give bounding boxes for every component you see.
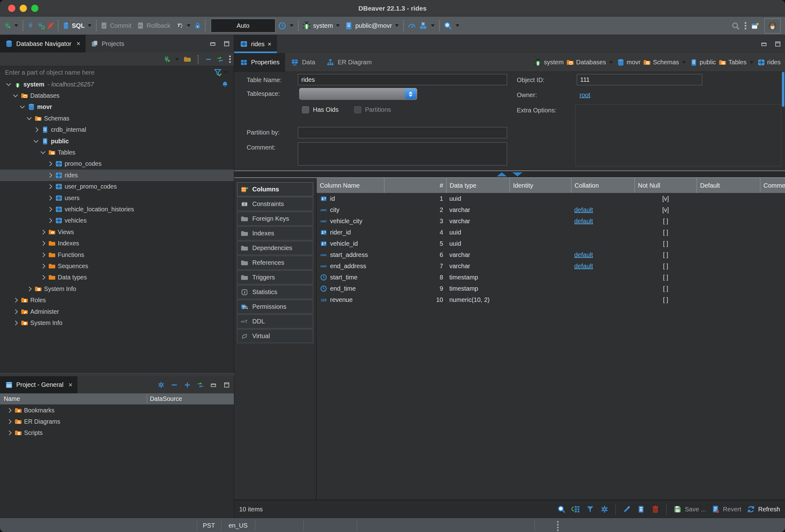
grid-row-revenue[interactable]: 123revenue10numeric(10, 2)[ ] — [316, 294, 785, 305]
delete-column-icon[interactable] — [651, 505, 660, 514]
tab-rides-editor[interactable]: rides × — [234, 35, 277, 53]
quick-search-icon[interactable] — [731, 21, 740, 31]
tree-item-vehicle-location-histories[interactable]: vehicle_location_histories — [0, 204, 234, 215]
subnav-ddl[interactable]: <>TDDL — [237, 314, 313, 328]
chevron-down-icon[interactable] — [187, 24, 191, 27]
subnav-dependencies[interactable]: Dependencies — [237, 241, 313, 255]
active-database-selector[interactable]: system — [302, 21, 341, 30]
grid-column-header-identity[interactable]: Identity — [510, 178, 571, 193]
grid-column-header-collation[interactable]: Collation — [571, 178, 634, 193]
revert-button[interactable]: Revert — [711, 505, 741, 514]
grid-filter-icon[interactable] — [585, 505, 595, 514]
collapse-down-icon[interactable] — [512, 172, 523, 176]
chevron-down-icon[interactable] — [609, 61, 613, 64]
chevron-right-icon[interactable] — [4, 406, 14, 415]
chevron-right-icon[interactable] — [45, 204, 54, 214]
chevron-right-icon[interactable] — [10, 307, 20, 316]
grid-row-city[interactable]: ABCcity2varchardefault[v] — [316, 204, 785, 216]
grid-row-vehicle_city[interactable]: ABCvehicle_city3varchardefault[ ] — [316, 216, 785, 227]
subnav-permissions[interactable]: Permissions — [237, 300, 313, 314]
tree-item-system[interactable]: system- localhost:26257 — [0, 79, 234, 90]
chevron-right-icon[interactable] — [10, 296, 20, 305]
tree-item-databases[interactable]: Databases — [0, 90, 234, 101]
disconnect-icon[interactable] — [47, 22, 55, 30]
dashboard-icon[interactable] — [407, 21, 416, 30]
partition-by-field[interactable] — [298, 127, 507, 138]
has-oids-checkbox[interactable] — [302, 106, 309, 113]
breadcrumb-item-rides[interactable]: rides — [757, 58, 781, 67]
chevron-right-icon[interactable] — [45, 182, 54, 192]
new-window-icon[interactable] — [751, 21, 760, 31]
close-icon[interactable]: × — [68, 381, 72, 389]
tab-properties[interactable]: Properties — [234, 53, 285, 72]
tree-item-user-promo-codes[interactable]: user_promo_codes — [0, 181, 234, 192]
tree-item-indexes[interactable]: Indexes — [0, 237, 234, 249]
chevron-right-icon[interactable] — [45, 159, 54, 169]
tab-database-navigator[interactable]: Database Navigator × — [0, 35, 85, 52]
grid-search-icon[interactable] — [557, 505, 566, 514]
subnav-virtual[interactable]: Virtual — [237, 329, 313, 343]
comment-field[interactable] — [298, 142, 507, 166]
timezone-indicator[interactable]: PST — [197, 518, 221, 532]
grid-row-vehicle_id[interactable]: vehicle_id5uuid[ ] — [316, 238, 785, 249]
chevron-right-icon[interactable] — [10, 318, 20, 328]
reconnect-icon[interactable] — [36, 22, 45, 30]
tree-item-functions[interactable]: Functions — [0, 249, 234, 260]
tab-data[interactable]: <>Data — [285, 53, 321, 72]
subnav-references[interactable]: References — [237, 256, 313, 270]
transaction-mode-icon[interactable]: T — [176, 22, 184, 30]
commit-button[interactable]: Commit — [100, 22, 131, 30]
grid-row-end_time[interactable]: end_time9timestamp[ ] — [316, 283, 785, 294]
maximize-panel-icon[interactable] — [774, 40, 782, 48]
chevron-right-icon[interactable] — [38, 250, 48, 259]
panel-splitter[interactable] — [0, 373, 234, 376]
tree-item-movr[interactable]: movr — [0, 101, 234, 113]
grid-column-header-column-name[interactable]: Column Name — [316, 178, 384, 193]
tree-item-system-info[interactable]: iSystem Info — [0, 283, 234, 295]
tree-item-rides[interactable]: rides — [0, 170, 234, 181]
tab-project-general[interactable]: Project - General × — [0, 376, 77, 394]
breadcrumb-item-schemas[interactable]: Schemas — [643, 58, 687, 67]
chevron-right-icon[interactable] — [4, 417, 14, 427]
gear-icon[interactable] — [157, 381, 165, 389]
project-item-er-diagrams[interactable]: ER Diagrams — [0, 416, 234, 427]
grid-row-id[interactable]: id1uuid[v] — [316, 193, 785, 204]
search-icon[interactable] — [443, 21, 452, 30]
breadcrumb-item-movr[interactable]: movr — [617, 58, 640, 67]
chevron-down-icon[interactable] — [290, 24, 294, 27]
chevron-right-icon[interactable] — [45, 216, 54, 225]
lock-icon[interactable] — [194, 22, 202, 30]
chevron-down-icon[interactable] — [4, 80, 13, 89]
minimize-panel-icon[interactable] — [760, 40, 768, 48]
transaction-log-icon[interactable] — [277, 21, 287, 30]
form-grid-splitter[interactable] — [234, 171, 785, 178]
tree-item-crdb-internal[interactable]: crdb_internal — [0, 124, 234, 135]
subnav-columns[interactable]: Columns — [237, 182, 313, 196]
column-divider[interactable] — [147, 394, 147, 403]
new-connection-icon[interactable] — [3, 22, 11, 30]
grid-column-header--[interactable]: # — [384, 178, 446, 193]
object-id-field[interactable]: 111 — [577, 74, 702, 85]
save-button[interactable]: Save ... — [673, 505, 706, 514]
minimize-panel-icon[interactable] — [209, 40, 217, 48]
grid-column-header-not-null[interactable]: Not Null — [634, 178, 697, 193]
rollback-button[interactable]: Rollback — [136, 22, 171, 30]
collapse-up-icon[interactable] — [497, 172, 507, 176]
maximize-window-button[interactable] — [31, 5, 39, 12]
link-with-editor-icon[interactable] — [196, 381, 204, 389]
chevron-down-icon[interactable] — [15, 24, 18, 27]
tree-item-schemas[interactable]: Schemas — [0, 113, 234, 124]
close-window-button[interactable] — [8, 5, 15, 12]
chevron-right-icon[interactable] — [4, 428, 14, 438]
tree-item-promo-codes[interactable]: promo_codes — [0, 158, 234, 170]
chevron-down-icon[interactable] — [456, 24, 459, 27]
chevron-down-icon[interactable] — [682, 61, 686, 64]
breadcrumb-item-system[interactable]: system — [534, 58, 564, 67]
tree-item-tables[interactable]: Tables — [0, 147, 234, 158]
tree-item-roles[interactable]: Roles — [0, 295, 234, 306]
collapse-all-icon[interactable] — [205, 55, 213, 64]
tree-item-data-types[interactable]: Data types — [0, 272, 234, 283]
form-scrollbar[interactable] — [782, 72, 784, 107]
chevron-down-icon[interactable] — [24, 113, 34, 123]
subnav-constraints[interactable]: Constraints — [237, 197, 313, 211]
